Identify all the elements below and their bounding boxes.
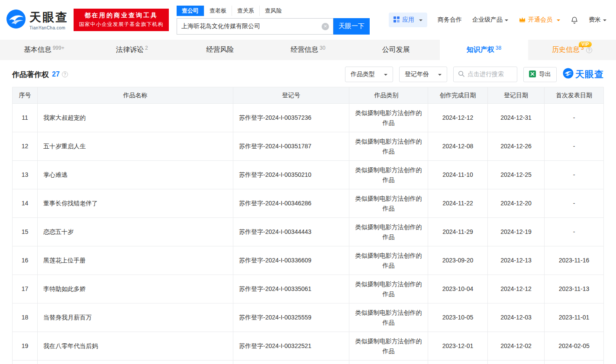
table-search-input[interactable]: 点击进行搜索: [453, 67, 517, 82]
table-cell: 2024-11-22: [428, 189, 488, 218]
tianyancha-logo[interactable]: 天眼查 TianYanCha.com: [6, 9, 68, 31]
table-cell: 苏作登字-2024-I-00357236: [233, 104, 349, 132]
table-cell: 苏作登字-2024-I-00344443: [233, 218, 349, 246]
table-cell: 当替身我月薪百万: [38, 303, 233, 332]
tab-company-development[interactable]: 公司发展: [352, 40, 440, 60]
tab-legal-proceedings[interactable]: 法律诉讼 2: [88, 40, 176, 60]
clear-input-icon[interactable]: ×: [322, 23, 329, 30]
chevron-down-icon: [557, 19, 560, 23]
table-cell: 16: [13, 246, 38, 275]
table-cell: 类似摄制电影方法创作的作品: [349, 161, 428, 189]
table-cell: 2024-12-25: [488, 161, 545, 189]
table-cell: 苏作登字-2024-I-00351787: [233, 132, 349, 161]
chevron-down-icon: [384, 74, 387, 77]
table-cell: 我在八零年代当后妈: [38, 332, 233, 361]
slogan-line2: 国家中小企业发展子基金旗下机构: [76, 21, 166, 28]
table-cell: 17: [13, 275, 38, 303]
help-icon[interactable]: ?: [586, 47, 592, 53]
table-cell: 类似摄制电影方法创作的作品: [349, 246, 428, 275]
help-icon[interactable]: ?: [62, 71, 68, 77]
table-cell: -: [545, 218, 604, 246]
filter-registration-year[interactable]: 登记年份: [399, 67, 447, 82]
search-tabs: 查公司 查老板 查关系 查风险: [177, 6, 370, 16]
table-cell: 2024-12-31: [488, 104, 545, 132]
section-count: 27: [52, 70, 60, 78]
section-title: 作品著作权: [12, 70, 49, 80]
table-cell: -: [545, 189, 604, 218]
table-cell: 类似摄制电影方法创作的作品: [349, 104, 428, 132]
table-cell: 2024-12-12: [428, 104, 488, 132]
tab-intellectual-property[interactable]: 知识产权 38: [440, 40, 528, 60]
apps-grid-icon: [393, 16, 400, 24]
table-row: 11我家大叔超宠的苏作登字-2024-I-00357236类似摄制电影方法创作的…: [13, 104, 604, 132]
table-cell: 15: [13, 218, 38, 246]
table-cell: 类似摄制电影方法创作的作品: [349, 218, 428, 246]
table-cell: 五十岁重启人生: [38, 132, 233, 161]
table-search-placeholder: 点击进行搜索: [468, 70, 504, 78]
table-cell: 2024-02-05: [545, 332, 604, 361]
table-cell: 苏作登字-2024-I-00335061: [233, 275, 349, 303]
export-button[interactable]: 导出: [523, 67, 557, 82]
column-header: 创作完成日期: [428, 87, 488, 104]
search-button[interactable]: 天眼一下: [333, 18, 370, 35]
table-row: 13掌心难逃苏作登字-2024-I-00350210类似摄制电影方法创作的作品2…: [13, 161, 604, 189]
column-header: 登记日期: [488, 87, 545, 104]
table-cell: 类似摄制电影方法创作的作品: [349, 189, 428, 218]
table-row-partial: [13, 361, 604, 364]
top-right-nav: 应用 商务合作 企业级产品 开通会员 费米: [389, 13, 610, 27]
table-cell: 2023-12-01: [428, 332, 488, 361]
table-cell: 2024-12-02: [488, 332, 545, 361]
search-tab-relation[interactable]: 查关系: [232, 6, 259, 16]
search-tab-company[interactable]: 查公司: [177, 6, 204, 16]
user-menu[interactable]: 费米: [589, 16, 606, 24]
chevron-down-icon: [603, 19, 606, 23]
tab-operational-risk[interactable]: 经营风险: [176, 40, 264, 60]
brand-slogan: 都在用的商业查询工具 国家中小企业发展子基金旗下机构: [74, 9, 169, 31]
table-cell: 13: [13, 161, 38, 189]
table-cell: 11: [13, 104, 38, 132]
table-cell: 类似摄制电影方法创作的作品: [349, 303, 428, 332]
table-row: 15恋恋五十岁苏作登字-2024-I-00344443类似摄制电影方法创作的作品…: [13, 218, 604, 246]
table-cell: 黑莲花上位手册: [38, 246, 233, 275]
column-header: 作品名称: [38, 87, 233, 104]
company-search-input[interactable]: [177, 19, 333, 34]
table-cell: 2024-12-20: [488, 189, 545, 218]
table-cell: 2024-11-29: [428, 218, 488, 246]
crown-icon: [519, 16, 526, 24]
open-vip-link[interactable]: 开通会员: [519, 16, 560, 24]
table-row: 16黑莲花上位手册苏作登字-2024-I-00336609类似摄制电影方法创作的…: [13, 246, 604, 275]
filter-work-type[interactable]: 作品类型: [345, 67, 393, 82]
column-header: 序号: [13, 87, 38, 104]
table-cell: 2023-10-05: [428, 303, 488, 332]
tab-business-info[interactable]: 经营信息 30: [264, 40, 352, 60]
table-cell: 2024-12-08: [428, 132, 488, 161]
section-header: 作品著作权 27 ? 作品类型 登记年份 点击进行搜索 导出: [0, 60, 616, 87]
table-cell: 2023-11-16: [545, 246, 604, 275]
table-cell: 苏作登字-2024-I-00350210: [233, 161, 349, 189]
table-header-row: 序号 作品名称 登记号 作品类别 创作完成日期 登记日期 首次发表日期: [13, 87, 604, 104]
table-cell: -: [545, 104, 604, 132]
table-cell: 苏作登字-2024-I-00325559: [233, 303, 349, 332]
search-tab-risk[interactable]: 查风险: [259, 6, 287, 16]
table-cell: 2024-12-26: [488, 132, 545, 161]
column-header: 登记号: [233, 87, 349, 104]
logo-title: 天眼查: [29, 10, 68, 25]
search-tab-boss[interactable]: 查老板: [204, 6, 232, 16]
table-cell: 类似摄制电影方法创作的作品: [349, 275, 428, 303]
company-nav-tabs: 基本信息 999+ 法律诉讼 2 经营风险 经营信息 30 公司发展 知识产权 …: [0, 40, 616, 60]
tab-basic-info[interactable]: 基本信息 999+: [0, 40, 88, 60]
chevron-down-icon: [505, 19, 508, 23]
tab-history-info[interactable]: VIP 历史信息 3 ?: [528, 40, 616, 60]
table-cell: 14: [13, 189, 38, 218]
apps-menu[interactable]: 应用: [389, 13, 427, 27]
table-body: 11我家大叔超宠的苏作登字-2024-I-00357236类似摄制电影方法创作的…: [13, 104, 604, 361]
notification-bell-icon[interactable]: [571, 16, 578, 24]
table-cell: -: [545, 132, 604, 161]
table-cell: 苏作登字-2024-I-00322521: [233, 332, 349, 361]
business-coop-link[interactable]: 商务合作: [438, 16, 462, 24]
table-cell: 类似摄制电影方法创作的作品: [349, 132, 428, 161]
tianyancha-logo-icon: [6, 9, 26, 31]
enterprise-product-menu[interactable]: 企业级产品: [472, 16, 508, 24]
excel-icon: [529, 70, 536, 79]
table-cell: 12: [13, 132, 38, 161]
